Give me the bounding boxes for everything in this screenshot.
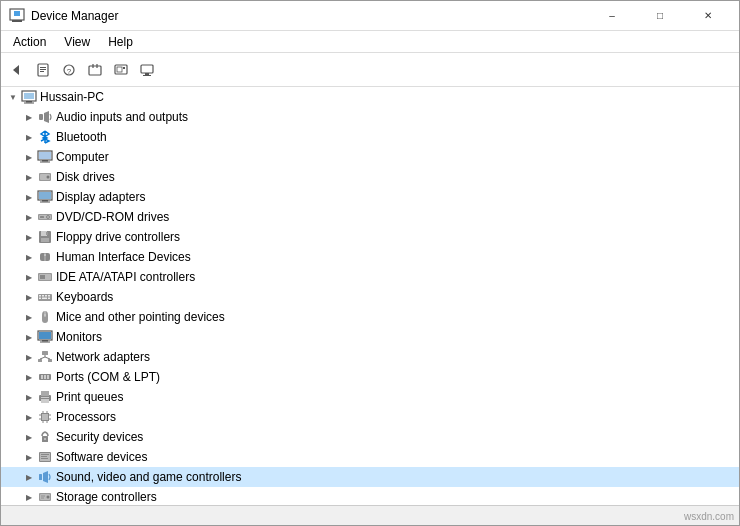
processor-toggle[interactable]: ▶ bbox=[21, 409, 37, 425]
svg-rect-54 bbox=[39, 298, 41, 300]
audio-label: Audio inputs and outputs bbox=[56, 110, 188, 124]
back-button[interactable] bbox=[5, 58, 29, 82]
keyboard-toggle[interactable]: ▶ bbox=[21, 289, 37, 305]
maximize-button[interactable]: □ bbox=[637, 1, 683, 31]
tree-item-sound[interactable]: ▶ Sound, video and game controllers bbox=[1, 467, 739, 487]
tree-item-network[interactable]: ▶ Network adapters bbox=[1, 347, 739, 367]
tree-item-processor[interactable]: ▶ Processors bbox=[1, 407, 739, 427]
svg-rect-50 bbox=[39, 295, 41, 297]
properties-button[interactable] bbox=[31, 58, 55, 82]
svg-rect-10 bbox=[89, 66, 101, 75]
svg-rect-78 bbox=[42, 414, 48, 420]
title-bar: Device Manager – □ ✕ bbox=[1, 1, 739, 31]
print-toggle[interactable]: ▶ bbox=[21, 389, 37, 405]
svg-rect-22 bbox=[24, 93, 34, 99]
tree-item-floppy[interactable]: ▶ Floppy drive controllers bbox=[1, 227, 739, 247]
toolbar: ? bbox=[1, 53, 739, 87]
svg-rect-16 bbox=[141, 65, 153, 73]
menu-help[interactable]: Help bbox=[100, 33, 141, 51]
svg-rect-32 bbox=[39, 192, 51, 199]
tree-item-bluetooth[interactable]: ▶ Bluetooth bbox=[1, 127, 739, 147]
tree-item-mouse[interactable]: ▶ Mice and other pointing devices bbox=[1, 307, 739, 327]
menu-view[interactable]: View bbox=[56, 33, 98, 51]
floppy-toggle[interactable]: ▶ bbox=[21, 229, 37, 245]
audio-icon bbox=[37, 109, 53, 125]
computer-toggle[interactable]: ▶ bbox=[21, 149, 37, 165]
network-toggle[interactable]: ▶ bbox=[21, 349, 37, 365]
bluetooth-icon bbox=[37, 129, 53, 145]
svg-rect-27 bbox=[39, 152, 51, 159]
root-toggle[interactable]: ▼ bbox=[5, 89, 21, 105]
svg-rect-20 bbox=[26, 101, 32, 103]
minimize-button[interactable]: – bbox=[589, 1, 635, 31]
hid-toggle[interactable]: ▶ bbox=[21, 249, 37, 265]
tree-item-disk[interactable]: ▶ Disk drives bbox=[1, 167, 739, 187]
display-label: Display adapters bbox=[56, 190, 145, 204]
tree-item-dvd[interactable]: ▶ DVD/CD-ROM drives bbox=[1, 207, 739, 227]
svg-rect-91 bbox=[41, 454, 49, 455]
tree-item-keyboard[interactable]: ▶ Keyboards bbox=[1, 287, 739, 307]
tree-item-print[interactable]: ▶ Print queues bbox=[1, 387, 739, 407]
svg-rect-23 bbox=[39, 114, 43, 120]
computer-icon bbox=[37, 149, 53, 165]
svg-rect-64 bbox=[38, 359, 42, 362]
svg-point-88 bbox=[44, 438, 46, 440]
svg-rect-76 bbox=[41, 397, 49, 398]
svg-rect-71 bbox=[44, 375, 46, 379]
svg-rect-5 bbox=[40, 67, 46, 68]
window-title: Device Manager bbox=[31, 9, 118, 23]
tree-item-storage[interactable]: ▶ Storage controllers bbox=[1, 487, 739, 505]
scan-button[interactable] bbox=[109, 58, 133, 82]
close-button[interactable]: ✕ bbox=[685, 1, 731, 31]
tree-item-ports[interactable]: ▶ Ports (COM & LPT) bbox=[1, 367, 739, 387]
print-icon bbox=[37, 389, 53, 405]
watermark: wsxdn.com bbox=[684, 511, 734, 522]
bluetooth-label: Bluetooth bbox=[56, 130, 107, 144]
tree-item-ide[interactable]: ▶ IDE ATA/ATAPI controllers bbox=[1, 267, 739, 287]
audio-toggle[interactable]: ▶ bbox=[21, 109, 37, 125]
network-icon bbox=[37, 349, 53, 365]
security-toggle[interactable]: ▶ bbox=[21, 429, 37, 445]
help-button[interactable] bbox=[83, 58, 107, 82]
ports-toggle[interactable]: ▶ bbox=[21, 369, 37, 385]
monitor-button[interactable] bbox=[135, 58, 159, 82]
keyboard-label: Keyboards bbox=[56, 290, 113, 304]
menu-action[interactable]: Action bbox=[5, 33, 54, 51]
monitor-toggle[interactable]: ▶ bbox=[21, 329, 37, 345]
storage-toggle[interactable]: ▶ bbox=[21, 489, 37, 505]
mouse-toggle[interactable]: ▶ bbox=[21, 309, 37, 325]
tree-root[interactable]: ▼ Hussain-PC bbox=[1, 87, 739, 107]
ports-label: Ports (COM & LPT) bbox=[56, 370, 160, 384]
monitor-icon bbox=[37, 329, 53, 345]
dvd-toggle[interactable]: ▶ bbox=[21, 209, 37, 225]
svg-rect-14 bbox=[117, 67, 122, 72]
software-toggle[interactable]: ▶ bbox=[21, 449, 37, 465]
title-bar-left: Device Manager bbox=[9, 8, 118, 24]
tree-item-software[interactable]: ▶ Software devices bbox=[1, 447, 739, 467]
tree-item-security[interactable]: ▶ Security devices bbox=[1, 427, 739, 447]
ports-icon bbox=[37, 369, 53, 385]
floppy-icon bbox=[37, 229, 53, 245]
svg-rect-21 bbox=[24, 103, 34, 104]
tree-item-monitor[interactable]: ▶ Monitors bbox=[1, 327, 739, 347]
svg-text:?: ? bbox=[67, 67, 72, 76]
bluetooth-toggle[interactable]: ▶ bbox=[21, 129, 37, 145]
root-label: Hussain-PC bbox=[40, 90, 104, 104]
sound-icon bbox=[37, 469, 53, 485]
tree-item-display[interactable]: ▶ Display adapters bbox=[1, 187, 739, 207]
svg-rect-51 bbox=[42, 295, 44, 297]
tree-view[interactable]: ▼ Hussain-PC ▶ Audio inpu bbox=[1, 87, 739, 505]
disk-toggle[interactable]: ▶ bbox=[21, 169, 37, 185]
hid-icon bbox=[37, 249, 53, 265]
tree-item-audio[interactable]: ▶ Audio inputs and outputs bbox=[1, 107, 739, 127]
ide-toggle[interactable]: ▶ bbox=[21, 269, 37, 285]
sound-toggle[interactable]: ▶ bbox=[21, 469, 37, 485]
tree-item-computer[interactable]: ▶ Computer bbox=[1, 147, 739, 167]
display-toggle[interactable]: ▶ bbox=[21, 189, 37, 205]
svg-rect-70 bbox=[41, 375, 43, 379]
tree-item-hid[interactable]: ▶ Human Interface Devices bbox=[1, 247, 739, 267]
storage-label: Storage controllers bbox=[56, 490, 157, 504]
svg-point-45 bbox=[44, 254, 46, 256]
update-driver-button[interactable]: ? bbox=[57, 58, 81, 82]
keyboard-icon bbox=[37, 289, 53, 305]
